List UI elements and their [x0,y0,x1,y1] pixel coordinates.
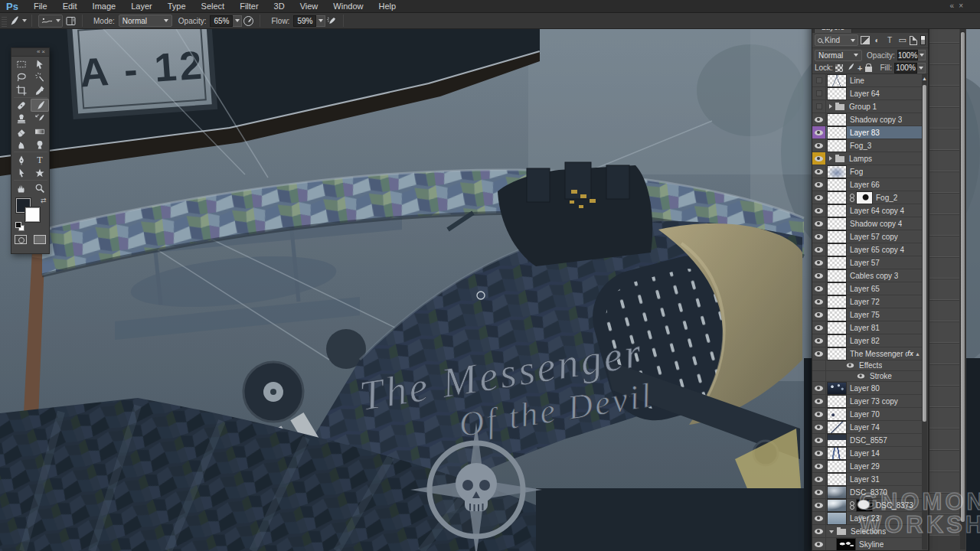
eye-icon[interactable] [815,451,823,456]
eye-icon[interactable] [815,260,823,266]
layer-row-dsc-8370[interactable]: DSC_8370 [812,486,923,499]
screen-mode-icon[interactable] [34,235,46,244]
eye-icon[interactable] [815,273,823,279]
layer-thumbnail[interactable] [828,396,846,407]
layer-row-layer-72[interactable]: Layer 72 [812,295,923,308]
eye-icon[interactable] [815,182,823,187]
scrollbar-thumb[interactable] [923,85,926,422]
flow-caret-button[interactable] [316,15,325,27]
menu-image[interactable]: Image [85,0,124,13]
layer-thumbnail[interactable] [828,383,846,394]
filter-toggle-switch[interactable] [920,35,926,45]
lock-transparency-icon[interactable] [835,64,843,72]
layer-row-fog-2[interactable]: Fog_2 [812,191,923,204]
toggle-brush-panel-icon[interactable] [64,15,77,28]
mask-link-icon[interactable] [850,501,854,509]
eyedropper-tool[interactable] [31,83,49,96]
layer-row-dsc-8373[interactable]: DSC_8373 [812,499,923,512]
visibility-cell[interactable] [812,460,826,472]
layer-row-fog-3[interactable]: Fog_3 [812,139,923,152]
move-tool[interactable] [31,57,49,70]
eye-icon[interactable] [815,516,823,521]
lasso-tool[interactable] [12,70,31,83]
healing-brush-tool[interactable] [12,99,31,112]
layer-thumbnail[interactable] [828,513,846,524]
visibility-cell[interactable] [812,421,826,433]
default-colors-icon[interactable] [15,222,23,230]
visibility-cell[interactable] [812,408,826,420]
eye-icon[interactable] [847,364,854,368]
history-brush-tool[interactable] [31,112,49,125]
fill-caret[interactable] [917,63,926,73]
expand-triangle-icon[interactable] [829,530,834,533]
tablet-pressure-size-icon[interactable] [348,15,361,28]
layer-row-layer-74[interactable]: Layer 74 [812,421,923,434]
expand-triangle-icon[interactable] [829,156,832,161]
layer-row-layer-23[interactable]: Layer 23 [812,512,923,525]
visibility-cell[interactable] [812,321,826,334]
eye-icon[interactable] [815,425,823,430]
layer-row-layer-14[interactable]: Layer 14 [812,447,923,460]
tool-preset-caret-icon[interactable] [22,19,27,22]
mask-link-icon[interactable] [850,194,854,201]
layer-row-effects[interactable]: Effects [812,360,923,371]
layer-row-dsc-8557[interactable]: DSC_8557 [812,434,923,447]
background-color-swatch[interactable] [25,207,40,222]
expand-triangle-icon[interactable] [829,104,832,109]
lock-all-icon[interactable] [865,67,872,72]
dock-scrollbar[interactable]: ▲ [960,21,965,549]
brush-tool-icon[interactable] [7,15,20,28]
visibility-cell[interactable] [812,525,826,537]
panel-collapse-close-icons[interactable]: «× [950,2,968,10]
layer-row-layer-80[interactable]: Layer 80 [812,382,923,395]
visibility-cell[interactable] [812,538,826,550]
layer-row-shadow-copy-4[interactable]: Shadow copy 4 [812,217,923,230]
type-tool[interactable]: T [31,153,49,166]
brush-tool[interactable] [31,99,49,112]
eye-icon[interactable] [858,374,864,379]
visibility-cell[interactable] [812,87,826,99]
layer-thumbnail[interactable] [828,127,846,139]
layer-row-layer-57-copy[interactable]: Layer 57 copy [812,230,923,243]
opacity-field[interactable]: 65% [210,15,233,27]
visibility-cell[interactable] [812,447,826,459]
layer-row-layer-31[interactable]: Layer 31 [812,473,923,486]
layer-thumbnail[interactable] [828,448,846,459]
quick-mask-icon[interactable] [15,235,27,244]
menu-3d[interactable]: 3D [266,0,292,13]
eye-icon[interactable] [815,299,823,305]
visibility-cell[interactable] [812,74,826,86]
layer-thumbnail[interactable] [828,283,846,295]
layer-thumbnail[interactable] [828,192,846,204]
visibility-cell[interactable] [812,347,826,360]
eye-icon[interactable] [815,399,823,404]
layer-thumbnail[interactable] [828,461,846,472]
layer-thumbnail[interactable] [828,179,846,191]
lock-pixels-icon[interactable] [846,63,854,73]
visibility-cell[interactable] [812,139,826,152]
visibility-cell[interactable] [812,126,826,139]
layer-thumbnail[interactable] [837,539,855,550]
layer-row-line[interactable]: Line [812,74,923,87]
filter-kind-dropdown[interactable]: Kind [815,34,858,46]
layers-blend-mode-dropdown[interactable]: Normal [815,50,862,61]
menu-view[interactable]: View [292,0,326,13]
layer-row-skyline[interactable]: Skyline [812,538,923,550]
clone-stamp-tool[interactable] [12,112,31,125]
layers-scrollbar[interactable]: ▲ [922,74,927,549]
path-selection-tool[interactable] [12,166,31,179]
menu-filter[interactable]: Filter [232,0,266,13]
eye-icon[interactable] [815,542,823,547]
layer-row-layer-64-copy-4[interactable]: Layer 64 copy 4 [812,204,923,217]
menu-type[interactable]: Type [160,0,194,13]
layer-row-layer-64[interactable]: Layer 64 [812,87,923,100]
crop-tool[interactable] [12,83,31,96]
scrollbar-thumb[interactable] [961,32,965,522]
eye-icon[interactable] [815,312,823,318]
layer-row-layer-73-copy[interactable]: Layer 73 copy [812,395,923,408]
layer-row-layer-57[interactable]: Layer 57 [812,256,923,269]
visibility-cell[interactable] [812,100,826,112]
visibility-cell[interactable] [812,178,826,191]
fill-field[interactable]: 100% [894,63,917,73]
rectangular-marquee-tool[interactable] [12,57,31,70]
